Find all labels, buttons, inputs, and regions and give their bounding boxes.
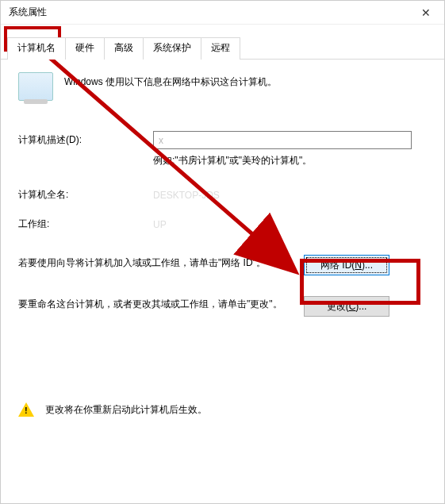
tab-strip: 计算机名 硬件 高级 系统保护 远程 (1, 25, 444, 60)
window-title: 系统属性 (9, 6, 47, 19)
titlebar: 系统属性 ✕ (1, 1, 444, 25)
description-row: 计算机描述(D): (18, 131, 427, 149)
fullname-value: DESKTOP-JDS (153, 190, 220, 201)
change-button[interactable]: 更改(C)... (304, 296, 389, 317)
tab-content: Windows 使用以下信息在网络中标识这台计算机。 计算机描述(D): 例如:… (1, 60, 444, 317)
tab-computer-name[interactable]: 计算机名 (7, 37, 66, 60)
close-button[interactable]: ✕ (408, 1, 444, 25)
workgroup-row: 工作组: UP (18, 217, 427, 231)
intro-row: Windows 使用以下信息在网络中标识这台计算机。 (18, 72, 427, 101)
tab-system-protection[interactable]: 系统保护 (144, 37, 201, 60)
tab-hardware[interactable]: 硬件 (66, 37, 105, 60)
description-label: 计算机描述(D): (18, 133, 153, 147)
restart-note-text: 更改将在你重新启动此计算机后生效。 (45, 403, 207, 417)
fullname-row: 计算机全名: DESKTOP-JDS (18, 188, 427, 202)
description-hint: 例如:"书房计算机"或"美玲的计算机"。 (18, 154, 427, 167)
tab-advanced[interactable]: 高级 (105, 37, 144, 60)
warning-icon (18, 402, 34, 417)
system-properties-window: 系统属性 ✕ 计算机名 硬件 高级 系统保护 远程 Windows 使用以下信息… (0, 0, 445, 504)
change-text: 要重命名这台计算机，或者更改其域或工作组，请单击"更改"。 (18, 296, 304, 312)
networkid-section: 若要使用向导将计算机加入域或工作组，请单击"网络 ID"。 网络 ID(N)..… (18, 255, 427, 275)
workgroup-value: UP (153, 219, 167, 230)
description-input[interactable] (153, 131, 412, 149)
close-icon: ✕ (421, 6, 431, 19)
restart-note: 更改将在你重新启动此计算机后生效。 (1, 388, 444, 417)
intro-text: Windows 使用以下信息在网络中标识这台计算机。 (64, 72, 277, 89)
networkid-text: 若要使用向导将计算机加入域或工作组，请单击"网络 ID"。 (18, 255, 304, 271)
network-id-button[interactable]: 网络 ID(N)... (304, 255, 389, 275)
computer-icon (18, 72, 53, 101)
workgroup-label: 工作组: (18, 217, 153, 231)
change-section: 要重命名这台计算机，或者更改其域或工作组，请单击"更改"。 更改(C)... (18, 296, 427, 317)
fullname-label: 计算机全名: (18, 188, 153, 202)
tab-remote[interactable]: 远程 (201, 37, 240, 60)
